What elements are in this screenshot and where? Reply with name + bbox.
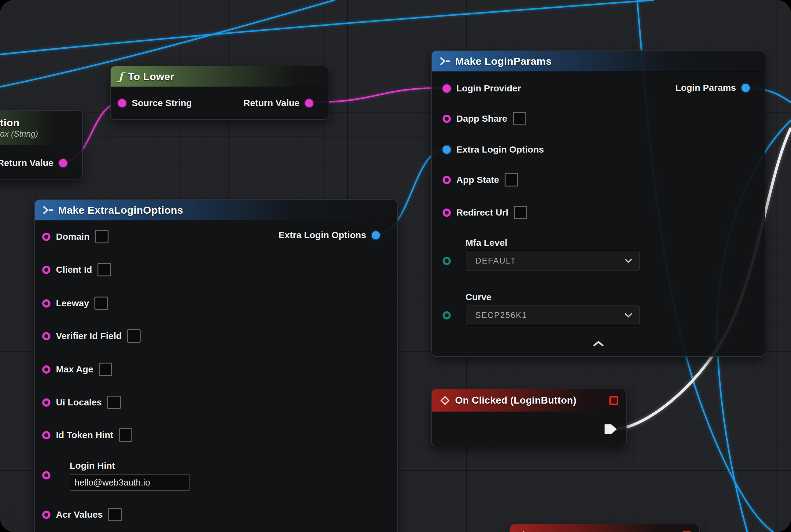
acr-values-checkbox[interactable] <box>108 508 122 521</box>
collapse-node-button[interactable] <box>593 341 604 348</box>
make-extra-login-options-title: Make ExtraLoginOptions <box>58 204 183 216</box>
id-token-hint-pin[interactable] <box>42 431 51 439</box>
client-id-pin[interactable] <box>42 266 51 274</box>
max-age-row: Max Age <box>42 362 112 377</box>
event-icon <box>518 530 528 532</box>
wire-blue-top-shallow[interactable] <box>0 0 654 54</box>
dapp-share-pin[interactable] <box>443 115 451 123</box>
wire-tolower-to-login-provider[interactable] <box>309 88 446 102</box>
ui-locales-checkbox[interactable] <box>107 396 121 409</box>
login-hint-pin[interactable] <box>42 471 51 479</box>
on-clicked-login-header[interactable]: On Clicked (LoginButton) <box>432 389 626 412</box>
login-provider-label: Login Provider <box>456 83 521 94</box>
mfa-level-pin-row <box>443 253 451 268</box>
event-icon <box>440 395 450 406</box>
login-params-output-label: Login Params <box>675 82 736 93</box>
node-make-extra-login-options[interactable]: Make ExtraLoginOptions Extra Login Optio… <box>34 200 398 532</box>
node-partial-function[interactable]: tion ox (String) Return Value <box>0 110 83 179</box>
ui-locales-row: Ui Locales <box>42 395 121 410</box>
domain-pin[interactable] <box>42 233 51 241</box>
node-make-login-params[interactable]: Make LoginParams Login Params Login Prov… <box>431 51 765 357</box>
source-string-label: Source String <box>132 98 192 108</box>
extra-login-options-output-pin[interactable] <box>372 231 380 240</box>
node-on-clicked-logout-button[interactable]: On Clicked (LogoutButton) <box>509 524 700 532</box>
id-token-hint-label: Id Token Hint <box>56 430 113 440</box>
make-struct-icon <box>440 57 450 65</box>
curve-pin[interactable] <box>443 311 451 320</box>
curve-dropdown[interactable]: SECP256K1 <box>465 305 640 326</box>
function-icon: ƒ <box>119 70 123 82</box>
partial-return-value-pin[interactable] <box>59 159 67 167</box>
redirect-url-checkbox[interactable] <box>514 206 527 219</box>
bound-event-indicator[interactable] <box>610 396 618 405</box>
acr-values-row: Acr Values <box>42 507 122 522</box>
curve-pin-row <box>443 308 451 323</box>
extra-login-options-input-row: Extra Login Options <box>443 142 544 157</box>
partial-function-output-row: Return Value <box>0 156 67 170</box>
dropdown-chevron-icon <box>624 258 632 263</box>
partial-return-value-label: Return Value <box>0 158 54 168</box>
to-lower-output-row: Return Value <box>244 96 313 110</box>
partial-function-header[interactable]: tion ox (String) <box>0 111 82 145</box>
collapse-chevron-icon <box>593 341 604 346</box>
client-id-row: Client Id <box>42 262 111 277</box>
mfa-level-dropdown[interactable]: DEFAULT <box>465 250 640 271</box>
on-clicked-logout-header[interactable]: On Clicked (LogoutButton) <box>510 524 699 532</box>
to-lower-title: To Lower <box>128 71 175 82</box>
app-state-label: App State <box>456 175 499 185</box>
acr-values-label: Acr Values <box>56 509 103 520</box>
login-params-output-pin[interactable] <box>741 84 750 92</box>
node-on-clicked-login-button[interactable]: On Clicked (LoginButton) <box>431 388 626 446</box>
leeway-pin[interactable] <box>42 299 51 308</box>
source-string-row: Source String <box>118 96 192 110</box>
domain-checkbox[interactable] <box>95 230 109 243</box>
dropdown-chevron-icon <box>624 313 632 318</box>
client-id-checkbox[interactable] <box>97 263 111 277</box>
make-struct-icon <box>43 206 53 214</box>
verifier-id-field-pin[interactable] <box>42 332 51 340</box>
to-lower-header[interactable]: ƒ To Lower <box>111 66 329 87</box>
redirect-url-pin[interactable] <box>443 209 451 217</box>
verifier-id-field-label: Verifier Id Field <box>56 331 122 341</box>
max-age-pin[interactable] <box>42 365 51 374</box>
id-token-hint-row: Id Token Hint <box>42 428 132 442</box>
on-clicked-logout-title: On Clicked (LogoutButton) <box>533 530 661 532</box>
app-state-checkbox[interactable] <box>505 173 518 187</box>
dapp-share-label: Dapp Share <box>456 113 507 124</box>
domain-label: Domain <box>56 231 90 242</box>
extra-login-options-output-label: Extra Login Options <box>278 230 366 240</box>
make-extra-login-options-header[interactable]: Make ExtraLoginOptions <box>35 200 397 221</box>
leeway-label: Leeway <box>56 298 89 308</box>
ui-locales-pin[interactable] <box>42 398 51 407</box>
app-state-row: App State <box>443 172 518 187</box>
domain-row: Domain <box>42 229 109 244</box>
acr-values-pin[interactable] <box>42 511 51 519</box>
id-token-hint-checkbox[interactable] <box>119 429 132 442</box>
login-provider-pin[interactable] <box>443 84 451 93</box>
mfa-level-pin[interactable] <box>443 257 451 265</box>
dapp-share-checkbox[interactable] <box>513 112 526 125</box>
max-age-checkbox[interactable] <box>99 363 112 376</box>
redirect-url-label: Redirect Url <box>456 207 508 218</box>
extra-login-options-input-label: Extra Login Options <box>456 144 544 155</box>
login-params-output-row: Login Params <box>675 80 750 95</box>
to-lower-return-label: Return Value <box>244 98 300 108</box>
node-to-lower[interactable]: ƒ To Lower Source String Return Value <box>110 66 329 120</box>
leeway-row: Leeway <box>42 296 108 311</box>
make-login-params-header[interactable]: Make LoginParams <box>432 51 765 72</box>
dapp-share-row: Dapp Share <box>443 111 526 126</box>
blueprint-graph-canvas[interactable]: tion ox (String) Return Value ƒ To Lower… <box>0 0 791 532</box>
to-lower-return-pin[interactable] <box>305 99 313 107</box>
leeway-checkbox[interactable] <box>94 297 108 310</box>
login-hint-input[interactable] <box>70 474 190 491</box>
curve-value: SECP256K1 <box>475 311 624 320</box>
partial-function-title: tion <box>0 117 20 129</box>
partial-function-subtitle: ox (String) <box>0 129 38 139</box>
extra-login-options-input-pin[interactable] <box>443 146 451 154</box>
verifier-id-field-checkbox[interactable] <box>127 329 140 343</box>
exec-output-pin[interactable] <box>604 423 618 436</box>
make-login-params-title: Make LoginParams <box>455 55 552 67</box>
app-state-pin[interactable] <box>443 176 451 184</box>
source-string-pin[interactable] <box>118 99 126 107</box>
verifier-id-field-row: Verifier Id Field <box>42 329 140 343</box>
